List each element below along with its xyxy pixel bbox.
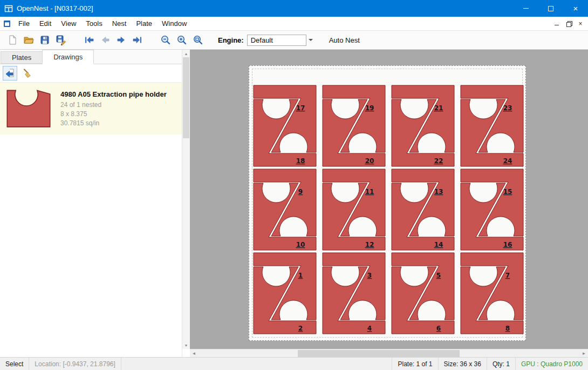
drawing-title: 4980 A05 Extraction pipe holder <box>60 90 167 98</box>
status-qty: Qty: 1 <box>487 358 515 370</box>
status-size: Size: 36 x 36 <box>438 358 487 370</box>
main-toolbar: Engine: Default Auto Nest <box>0 31 588 50</box>
part-number-label: 4 <box>367 325 372 332</box>
maximize-icon[interactable] <box>538 0 563 17</box>
part-number-label: 24 <box>503 157 512 165</box>
sidebar-scrollbar[interactable]: ▲ ▼ <box>182 50 190 349</box>
open-icon[interactable] <box>20 32 37 48</box>
part-number-label: 21 <box>434 104 443 112</box>
nest-svg: 171819202122232491011121314151612345678 <box>249 66 527 341</box>
menu-file[interactable]: File <box>13 17 35 30</box>
part-number-label: 9 <box>298 188 303 196</box>
part-number-label: 2 <box>298 325 303 332</box>
part-number-label: 11 <box>365 188 374 196</box>
nav-first-icon[interactable] <box>81 32 97 48</box>
part-number-label: 13 <box>434 188 443 196</box>
part-number-label: 14 <box>434 241 443 248</box>
drawing-item-info: 4980 A05 Extraction pipe holder 24 of 1 … <box>60 88 167 129</box>
scroll-down-icon[interactable]: ▼ <box>182 341 190 349</box>
status-mode: Select <box>0 358 29 370</box>
menu-plate[interactable]: Plate <box>131 17 157 30</box>
canvas-hscroll-thumb[interactable] <box>298 350 460 357</box>
part-number-label: 1 <box>298 272 303 279</box>
nest-canvas[interactable]: 171819202122232491011121314151612345678 <box>190 50 588 349</box>
sidebar-tabs: Plates Drawings <box>0 50 182 64</box>
plate[interactable]: 171819202122232491011121314151612345678 <box>249 65 526 341</box>
part-number-label: 16 <box>503 241 512 248</box>
app-icon <box>4 4 13 13</box>
save-icon[interactable] <box>37 32 53 48</box>
part-number-label: 7 <box>505 272 510 279</box>
zoom-fit-icon[interactable] <box>190 32 206 48</box>
mdi-window-controls: × <box>551 18 586 29</box>
save-as-icon[interactable] <box>53 32 69 48</box>
part-number-label: 19 <box>365 104 374 112</box>
status-location: Location: [-0.9437, 21.8796] <box>29 358 121 370</box>
part-thumbnail <box>4 88 54 129</box>
sidebar-scroll-thumb[interactable] <box>183 57 189 138</box>
new-file-icon[interactable] <box>4 32 20 48</box>
document-icon <box>3 19 11 28</box>
status-gpu: GPU : Quadro P1000 <box>515 358 588 370</box>
part-number-label: 6 <box>436 325 441 332</box>
part-number-label: 10 <box>296 241 305 248</box>
engine-value: Default <box>251 36 273 44</box>
clean-broom-icon[interactable] <box>20 66 35 80</box>
tab-plates[interactable]: Plates <box>1 51 43 64</box>
mdi-minimize-icon[interactable] <box>551 18 563 29</box>
sidebar: Plates Drawings <box>0 50 182 357</box>
auto-nest-button[interactable]: Auto Nest <box>329 36 360 44</box>
engine-dropdown-icon[interactable] <box>306 35 315 46</box>
tab-drawings[interactable]: Drawings <box>42 50 94 64</box>
engine-select[interactable]: Default <box>247 35 306 46</box>
menu-tools[interactable]: Tools <box>81 17 107 30</box>
engine-label: Engine: <box>218 36 244 44</box>
part-number-label: 17 <box>296 104 305 112</box>
scroll-up-icon[interactable]: ▲ <box>182 50 190 57</box>
part-number-label: 3 <box>367 272 372 279</box>
part-number-label: 12 <box>365 241 374 248</box>
nav-group <box>81 32 146 48</box>
close-icon[interactable]: × <box>563 0 588 17</box>
mdi-close-icon[interactable]: × <box>575 18 586 29</box>
drawing-nested-count: 24 of 1 nested <box>60 101 167 109</box>
nav-next-icon[interactable] <box>113 32 129 48</box>
nav-prev-icon[interactable] <box>97 32 113 48</box>
menu-nest[interactable]: Nest <box>107 17 132 30</box>
import-icon[interactable] <box>3 66 17 80</box>
scroll-left-icon[interactable]: ◄ <box>190 349 198 358</box>
zoom-out-icon[interactable] <box>158 32 174 48</box>
canvas-hscrollbar[interactable]: ◄ ► <box>190 349 588 357</box>
menu-bar: File Edit View Tools Nest Plate Window × <box>0 17 588 31</box>
part-number-label: 23 <box>503 104 512 112</box>
part-number-label: 5 <box>436 272 441 279</box>
part-number-label: 15 <box>503 188 512 196</box>
status-bar: Select Location: [-0.9437, 21.8796] Plat… <box>0 357 588 370</box>
drawing-area: 30.7815 sq/in <box>60 119 167 127</box>
mdi-restore-icon[interactable] <box>563 18 575 29</box>
file-group <box>4 32 69 48</box>
zoom-group <box>158 32 206 48</box>
window-controls: × <box>514 0 588 17</box>
minimize-icon[interactable] <box>514 0 538 17</box>
app-window: OpenNest - [N0317-002] × File Edit View … <box>0 0 588 370</box>
part-number-label: 20 <box>365 157 374 165</box>
status-plate: Plate: 1 of 1 <box>392 358 437 370</box>
menu-edit[interactable]: Edit <box>35 17 56 30</box>
menu-window[interactable]: Window <box>157 17 192 30</box>
status-right-group: Plate: 1 of 1 Size: 36 x 36 Qty: 1 GPU :… <box>392 358 588 370</box>
drawings-toolbar <box>0 64 182 83</box>
drawing-item[interactable]: 4980 A05 Extraction pipe holder 24 of 1 … <box>0 83 182 134</box>
nav-last-icon[interactable] <box>129 32 146 48</box>
part-number-label: 18 <box>296 157 305 165</box>
menu-view[interactable]: View <box>56 17 81 30</box>
title-bar: OpenNest - [N0317-002] × <box>0 0 588 17</box>
drawing-size: 8 x 8.375 <box>60 110 167 118</box>
zoom-in-icon[interactable] <box>174 32 190 48</box>
part-number-label: 22 <box>434 157 443 165</box>
scroll-right-icon[interactable]: ► <box>580 349 588 358</box>
part-number-label: 8 <box>505 325 510 332</box>
window-title: OpenNest - [N0317-002] <box>17 4 93 12</box>
